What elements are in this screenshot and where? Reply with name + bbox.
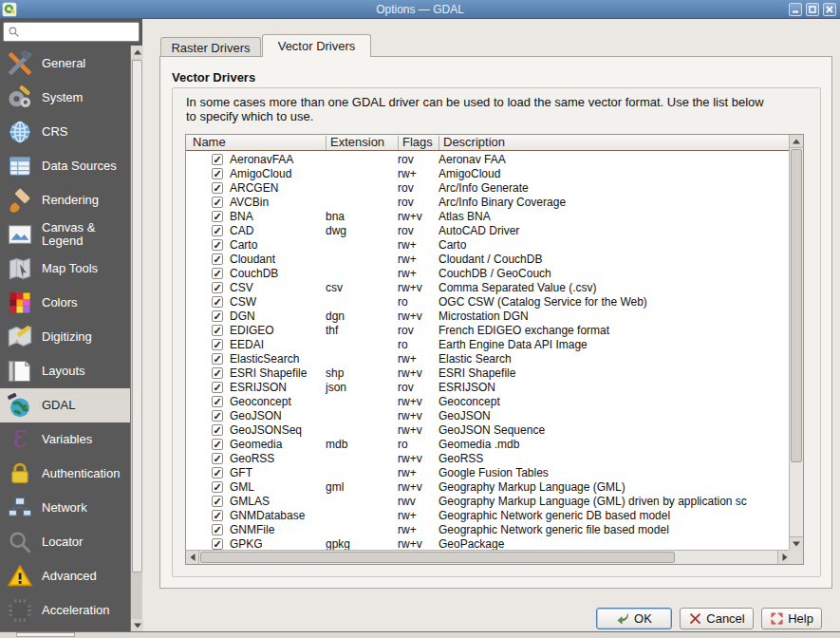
driver-checkbox[interactable]: ✓ bbox=[212, 353, 223, 365]
table-row[interactable]: ✓ CSW ro OGC CSW (Catalog Service for th… bbox=[186, 294, 789, 309]
driver-checkbox[interactable]: ✓ bbox=[212, 453, 223, 464]
driver-checkbox[interactable]: ✓ bbox=[212, 367, 223, 379]
driver-checkbox[interactable]: ✓ bbox=[212, 439, 223, 450]
layouts-page-icon bbox=[7, 358, 33, 385]
table-row[interactable]: ✓ GNMFile rw+ Geographic Network generic… bbox=[186, 522, 789, 536]
driver-checkbox[interactable]: ✓ bbox=[212, 310, 223, 322]
sidebar-item-locator[interactable]: Locator bbox=[0, 525, 130, 559]
sidebar-item-advanced[interactable]: Advanced bbox=[0, 559, 130, 593]
table-row[interactable]: ✓ CAD dwg rov AutoCAD Driver bbox=[186, 223, 789, 237]
sidebar-scroll-up-button[interactable] bbox=[131, 46, 143, 59]
table-row[interactable]: ✓ Cloudant rw+ Cloudant / CouchDB bbox=[186, 252, 789, 266]
table-scroll-left-button[interactable] bbox=[186, 551, 199, 564]
table-row[interactable]: ✓ GFT rw+ Google Fusion Tables bbox=[186, 465, 789, 479]
sidebar-item-gdal[interactable]: GDAL bbox=[0, 388, 130, 422]
sidebar-item-general[interactable]: General bbox=[0, 47, 130, 81]
table-row[interactable]: ✓ GPKG gpkg rw+v GeoPackage bbox=[186, 536, 789, 551]
table-row[interactable]: ✓ ElasticSearch rw+ Elastic Search bbox=[186, 351, 789, 366]
sidebar-item-map-tools[interactable]: Map Tools bbox=[0, 252, 130, 286]
driver-checkbox[interactable]: ✓ bbox=[212, 410, 223, 422]
table-row[interactable]: ✓ GeoJSONSeq rw+v GeoJSON Sequence bbox=[186, 422, 789, 437]
driver-checkbox[interactable]: ✓ bbox=[212, 296, 223, 308]
table-row[interactable]: ✓ BNA bna rw+v Atlas BNA bbox=[186, 209, 789, 223]
help-button[interactable]: Help bbox=[761, 608, 822, 629]
table-row[interactable]: ✓ GMLAS rwv Geography Markup Language (G… bbox=[186, 494, 789, 508]
sidebar-hscroll-thumb[interactable] bbox=[16, 632, 75, 637]
table-horizontal-scrollbar[interactable] bbox=[186, 550, 791, 564]
driver-checkbox[interactable]: ✓ bbox=[212, 182, 223, 194]
close-button[interactable] bbox=[823, 3, 836, 16]
driver-checkbox[interactable]: ✓ bbox=[212, 268, 223, 279]
driver-checkbox[interactable]: ✓ bbox=[212, 253, 223, 265]
table-vscroll-thumb[interactable] bbox=[791, 149, 802, 462]
minimize-button[interactable] bbox=[789, 3, 802, 16]
driver-checkbox[interactable]: ✓ bbox=[212, 197, 223, 208]
table-hscroll-thumb[interactable] bbox=[200, 552, 675, 563]
table-row[interactable]: ✓ GeoJSON rw+v GeoJSON bbox=[186, 408, 789, 422]
table-row[interactable]: ✓ CSV csv rw+v Comma Separated Value (.c… bbox=[186, 280, 789, 294]
sidebar-item-rendering[interactable]: Rendering bbox=[0, 183, 130, 217]
sidebar-item-variables[interactable]: Ɛ Variables bbox=[0, 422, 130, 457]
sidebar-item-data-sources[interactable]: Data Sources bbox=[0, 149, 130, 183]
search-input[interactable] bbox=[20, 24, 139, 40]
table-row[interactable]: ✓ GNMDatabase rw+ Geographic Network gen… bbox=[186, 508, 789, 522]
table-vertical-scrollbar[interactable] bbox=[789, 135, 803, 550]
sidebar-search-box[interactable] bbox=[3, 22, 140, 42]
column-header-extension[interactable]: Extension bbox=[330, 135, 384, 150]
driver-checkbox[interactable]: ✓ bbox=[212, 510, 223, 521]
driver-checkbox[interactable]: ✓ bbox=[212, 282, 223, 293]
table-row[interactable]: ✓ ARCGEN rov Arc/Info Generate bbox=[186, 180, 789, 195]
sidebar-scroll-thumb[interactable] bbox=[132, 60, 142, 572]
sidebar-item-canvas-legend[interactable]: Canvas & Legend bbox=[0, 217, 130, 252]
table-row[interactable]: ✓ GeoRSS rw+v GeoRSS bbox=[186, 451, 789, 465]
table-row[interactable]: ✓ EEDAI ro Earth Engine Data API Image bbox=[186, 337, 789, 351]
table-row[interactable]: ✓ ESRI Shapefile shp rw+v ESRI Shapefile bbox=[186, 366, 789, 380]
driver-checkbox[interactable]: ✓ bbox=[212, 481, 223, 493]
ok-button[interactable]: OK bbox=[596, 608, 672, 629]
column-header-description[interactable]: Description bbox=[443, 135, 505, 150]
table-row[interactable]: ✓ CouchDB rw+ CouchDB / GeoCouch bbox=[186, 266, 789, 280]
table-row[interactable]: ✓ AmigoCloud rw+ AmigoCloud bbox=[186, 166, 789, 180]
tab-raster-drivers[interactable]: Raster Drivers bbox=[160, 37, 261, 57]
column-header-name[interactable]: Name bbox=[193, 135, 226, 150]
sidebar-item-layouts[interactable]: Layouts bbox=[0, 354, 130, 388]
sidebar-item-digitizing[interactable]: Digitizing bbox=[0, 320, 130, 354]
driver-checkbox[interactable]: ✓ bbox=[212, 496, 223, 507]
driver-checkbox[interactable]: ✓ bbox=[212, 524, 223, 535]
sidebar-item-authentication[interactable]: Authentication bbox=[0, 457, 130, 491]
driver-checkbox[interactable]: ✓ bbox=[212, 325, 223, 336]
sidebar-item-network[interactable]: Network bbox=[0, 491, 130, 525]
table-row[interactable]: ✓ Geomedia mdb ro Geomedia .mdb bbox=[186, 437, 789, 451]
table-scroll-up-button[interactable] bbox=[790, 135, 803, 148]
sidebar-item-crs[interactable]: CRS bbox=[0, 115, 130, 149]
maximize-button[interactable] bbox=[806, 3, 819, 16]
driver-checkbox[interactable]: ✓ bbox=[212, 154, 223, 165]
column-header-flags[interactable]: Flags bbox=[402, 135, 433, 150]
table-row[interactable]: ✓ Carto rw+ Carto bbox=[186, 237, 789, 252]
table-scroll-down-button[interactable] bbox=[790, 536, 803, 550]
sidebar-item-colors[interactable]: Colors bbox=[0, 286, 130, 320]
sidebar-item-system[interactable]: System bbox=[0, 81, 130, 115]
table-row[interactable]: ✓ GML gml rw+v Geography Markup Language… bbox=[186, 479, 789, 494]
cancel-button[interactable]: Cancel bbox=[680, 608, 754, 629]
driver-checkbox[interactable]: ✓ bbox=[212, 467, 223, 478]
driver-checkbox[interactable]: ✓ bbox=[212, 538, 223, 550]
sidebar-item-acceleration[interactable]: Acceleration bbox=[0, 593, 130, 628]
driver-checkbox[interactable]: ✓ bbox=[212, 424, 223, 436]
sidebar-scroll-down-button[interactable] bbox=[131, 619, 143, 632]
driver-checkbox[interactable]: ✓ bbox=[212, 211, 223, 222]
driver-checkbox[interactable]: ✓ bbox=[212, 382, 223, 393]
driver-checkbox[interactable]: ✓ bbox=[212, 396, 223, 407]
driver-checkbox[interactable]: ✓ bbox=[212, 225, 223, 236]
table-row[interactable]: ✓ EDIGEO thf rov French EDIGEO exchange … bbox=[186, 323, 789, 337]
driver-checkbox[interactable]: ✓ bbox=[212, 168, 223, 179]
driver-checkbox[interactable]: ✓ bbox=[212, 239, 223, 251]
tab-vector-drivers[interactable]: Vector Drivers bbox=[262, 34, 371, 57]
table-row[interactable]: ✓ AVCBin rov Arc/Info Binary Coverage bbox=[186, 195, 789, 209]
sidebar-scrollbar[interactable] bbox=[130, 46, 142, 632]
driver-checkbox[interactable]: ✓ bbox=[212, 339, 223, 350]
table-row[interactable]: ✓ DGN dgn rw+v Microstation DGN bbox=[186, 309, 789, 323]
table-row[interactable]: ✓ ESRIJSON json rov ESRIJSON bbox=[186, 380, 789, 394]
table-row[interactable]: ✓ AeronavFAA rov Aeronav FAA bbox=[186, 152, 789, 166]
table-row[interactable]: ✓ Geoconcept rw+v Geoconcept bbox=[186, 394, 789, 408]
